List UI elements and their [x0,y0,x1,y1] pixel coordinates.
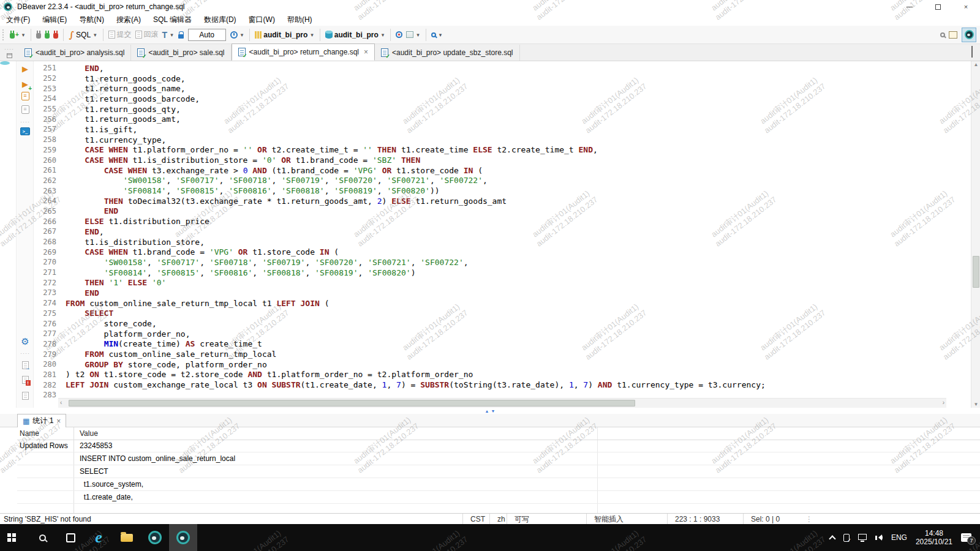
status-item[interactable]: 223 : 1 : 9033 [667,514,743,525]
close-icon[interactable]: × [56,417,61,425]
script-errors-button[interactable] [17,376,34,384]
editor-tab[interactable]: <audit_bi_pro> analysis.sql [18,45,131,61]
export-script-button[interactable] [17,361,34,369]
execute-statement-button[interactable]: ▶ [17,65,34,73]
commit-mode-combo[interactable]: Auto [188,29,226,41]
status-item[interactable]: 可写 [507,514,586,525]
new-connection-button[interactable]: +▾ [8,29,28,40]
tray-expand-icon[interactable] [829,535,835,542]
status-item[interactable]: 智能插入 [586,514,667,525]
horizontal-scroll-thumb[interactable] [69,400,635,407]
vertical-scroll-thumb[interactable] [973,256,979,288]
menu-item[interactable]: SQL 编辑器 [147,13,198,26]
sql-editor-button[interactable]: ∫SQL▾ [67,28,99,42]
rollback-button[interactable]: 回滚 [134,28,160,41]
lock-button[interactable] [176,29,186,40]
vertical-scrollbar[interactable]: ▲ ▼ [971,61,980,408]
column-header-name[interactable]: Name [17,429,74,438]
maximize-button[interactable] [924,0,952,13]
internet-explorer-button[interactable]: e [85,524,113,551]
execute-script-button[interactable]: ≡ [17,92,34,100]
disconnect-button[interactable] [51,29,60,40]
maximize-view-icon[interactable] [971,47,973,58]
usb-device-icon[interactable] [843,534,850,542]
editor-tab[interactable]: <audit_bi_pro> update_sbz_store.sql [375,45,519,61]
chevron-down-icon[interactable]: ▾ [380,32,386,38]
horizontal-scrollbar[interactable]: ‹ › [58,398,946,408]
menu-item[interactable]: 编辑(E) [36,13,73,26]
menu-item[interactable]: 搜索(A) [110,13,147,26]
close-icon[interactable]: × [364,48,368,56]
task-view-button[interactable] [56,524,85,551]
language-indicator[interactable]: ENG [891,533,907,542]
chevron-down-icon[interactable]: ▾ [92,32,98,38]
transaction-log-button[interactable]: ▾ [228,30,247,40]
menu-item[interactable]: 数据库(D) [198,13,243,26]
tab-statistics[interactable]: ▦ 统计 1 × [17,414,66,427]
status-item[interactable]: CST [462,514,489,525]
scroll-left-icon[interactable]: ‹ [60,399,62,406]
sash-down-icon[interactable]: ▼ [491,409,496,413]
connection-selector[interactable]: audit_bi_pro▾ [253,29,317,40]
open-console-button[interactable]: >_ [17,127,34,135]
column-header-value[interactable]: Value [74,429,98,438]
sash-up-icon[interactable]: ▲ [485,409,489,413]
transaction-mode-button[interactable]: T▾ [160,29,176,41]
status-overflow-icon[interactable]: ⋮ [802,515,813,523]
taskbar-clock[interactable]: 14:482025/10/21 [916,529,952,546]
menu-item[interactable]: 窗口(W) [243,13,281,26]
dbeaver-perspective-button[interactable] [962,28,976,42]
reconnect-button[interactable] [43,29,51,40]
table-row[interactable]: INSERT INTO custom_online_sale_return_lo… [17,452,980,465]
table-row[interactable]: SELECT [17,465,980,478]
commit-button[interactable]: 提交 [107,28,134,41]
settings-button[interactable]: ⚙ [17,337,34,346]
statistics-table[interactable]: NameValueUpdated Rows23245853INSERT INTO… [0,427,980,513]
status-item[interactable]: Sel: 0 | 0 [743,514,802,525]
code-area[interactable]: 251 END,252 t1.return_goods_code,253 t1.… [34,61,946,398]
quick-search-button[interactable]: ▾ [429,31,445,39]
speaker-icon[interactable] [875,534,883,541]
connect-button[interactable] [34,29,43,40]
restore-panel-icon[interactable] [7,53,12,58]
minimize-button[interactable] [895,0,924,13]
code-line: 259 CASE WHEN t1.platform_order_no = '' … [34,145,946,156]
network-icon[interactable] [858,534,867,540]
table-row[interactable]: t1.source_system, [17,478,980,491]
taskbar-search-button[interactable] [28,524,56,551]
sql-editor[interactable]: ▶ ▶+ ≡ ≡ ···· >_ ⚙ ···· 251 END,252 t1.r… [0,61,980,414]
file-explorer-button[interactable] [113,524,141,551]
chevron-down-icon[interactable]: ▾ [239,32,245,38]
chevron-down-icon[interactable]: ▾ [415,32,421,38]
explain-plan-button[interactable]: ≡ [17,105,34,114]
menu-item[interactable]: 文件(F) [0,13,36,26]
close-button[interactable]: × [952,0,980,13]
chevron-down-icon[interactable]: ▾ [309,32,315,38]
start-button[interactable] [0,524,28,551]
layout-button[interactable]: ▾ [404,30,423,39]
chevron-down-icon[interactable]: ▾ [21,32,26,38]
dbeaver-taskbar-button[interactable] [141,524,169,551]
menu-item[interactable]: 导航(N) [73,13,110,26]
chevron-down-icon[interactable]: ▾ [169,32,175,38]
editor-tab[interactable]: <audit_bi_pro> sale.sql [131,45,231,61]
script-output-button[interactable] [17,392,34,400]
dbeaver-taskbar-button-active[interactable] [169,524,197,551]
status-item[interactable]: zh [489,514,507,525]
navigate-button[interactable] [394,30,404,39]
global-search-button[interactable] [938,31,947,39]
line-number: 268 [34,238,60,246]
scroll-up-icon[interactable]: ▲ [971,62,980,67]
open-perspective-button[interactable] [947,30,959,40]
scroll-right-icon[interactable]: › [943,399,944,406]
scroll-down-icon[interactable]: ▼ [971,402,980,407]
execute-new-tab-button[interactable]: ▶+ [17,78,34,89]
menu-item[interactable]: 帮助(H) [281,13,318,26]
table-row[interactable]: t1.create_date, [17,491,980,504]
schema-selector[interactable]: audit_bi_pro▾ [323,29,388,40]
editor-tab[interactable]: <audit_bi_pro> return_change.sql× [232,43,375,61]
chevron-down-icon[interactable]: ▾ [438,32,443,38]
notification-center-button[interactable]: 7 [961,533,971,542]
editor-results-sash[interactable]: ▲ ▼ [0,408,980,414]
table-row[interactable]: Updated Rows23245853 [17,440,980,452]
